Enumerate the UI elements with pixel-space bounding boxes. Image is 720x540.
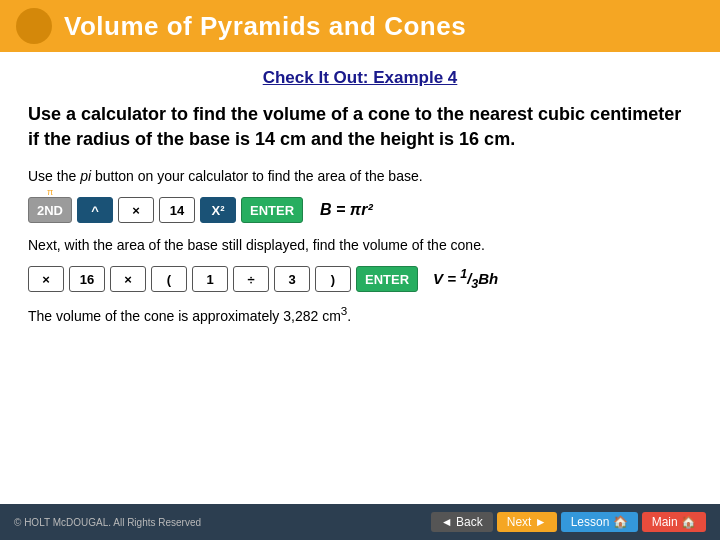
step1-keys: π 2ND ^ × 14 X² ENTER B = πr² bbox=[28, 197, 692, 223]
key-open-paren: ( bbox=[151, 266, 187, 292]
key-enter2: ENTER bbox=[356, 266, 418, 292]
key-multiply2: × bbox=[28, 266, 64, 292]
header: Volume of Pyramids and Cones bbox=[0, 0, 720, 52]
back-button[interactable]: ◄ Back bbox=[431, 512, 493, 532]
footer: © HOLT McDOUGAL. All Rights Reserved ◄ B… bbox=[0, 504, 720, 540]
main-button[interactable]: Main 🏠 bbox=[642, 512, 706, 532]
formula1-text: B = πr² bbox=[320, 201, 373, 218]
lesson-button[interactable]: Lesson 🏠 bbox=[561, 512, 638, 532]
key-close-paren: ) bbox=[315, 266, 351, 292]
formula2-text: V = 1/3Bh bbox=[433, 267, 498, 291]
page-title: Volume of Pyramids and Cones bbox=[64, 11, 466, 42]
key-2nd: π 2ND bbox=[28, 197, 72, 223]
key-16: 16 bbox=[69, 266, 105, 292]
key-divide: ÷ bbox=[233, 266, 269, 292]
main-content: Check It Out: Example 4 Use a calculator… bbox=[0, 52, 720, 334]
key-2nd-label: 2ND bbox=[28, 197, 72, 223]
key-14: 14 bbox=[159, 197, 195, 223]
step2-text: Next, with the area of the base still di… bbox=[28, 235, 692, 256]
pi-superscript: π bbox=[47, 187, 53, 197]
key-3: 3 bbox=[274, 266, 310, 292]
key-1: 1 bbox=[192, 266, 228, 292]
formula1-display: B = πr² bbox=[320, 201, 373, 219]
section-title: Check It Out: Example 4 bbox=[28, 68, 692, 88]
step1-text: Use the pi button on your calculator to … bbox=[28, 166, 692, 187]
step2-keys: × 16 × ( 1 ÷ 3 ) ENTER V = 1/3Bh bbox=[28, 266, 692, 292]
key-enter1: ENTER bbox=[241, 197, 303, 223]
footer-nav: ◄ Back Next ► Lesson 🏠 Main 🏠 bbox=[431, 512, 706, 532]
key-x2: X² bbox=[200, 197, 236, 223]
conclusion-text: The volume of the cone is approximately … bbox=[28, 304, 692, 324]
key-caret: ^ bbox=[77, 197, 113, 223]
key-multiply1: × bbox=[118, 197, 154, 223]
copyright-text: © HOLT McDOUGAL. All Rights Reserved bbox=[14, 517, 201, 528]
next-button[interactable]: Next ► bbox=[497, 512, 557, 532]
pyramid-icon bbox=[16, 8, 52, 44]
key-multiply3: × bbox=[110, 266, 146, 292]
problem-text: Use a calculator to find the volume of a… bbox=[28, 102, 692, 152]
